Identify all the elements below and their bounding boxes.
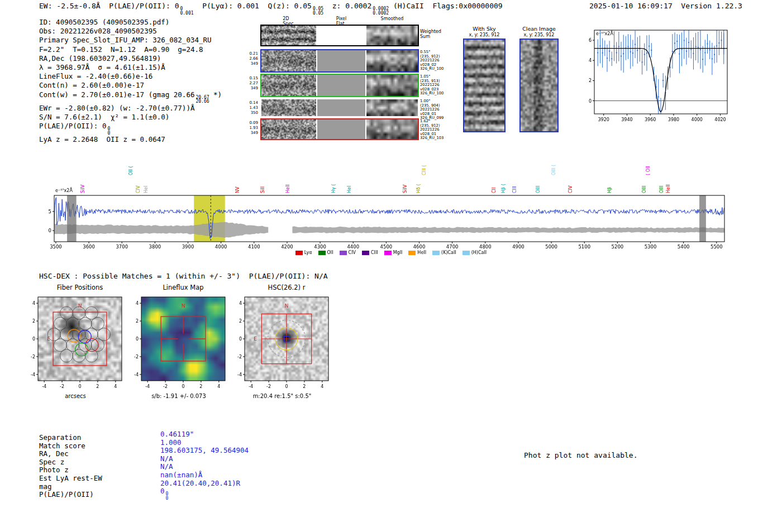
clean-image-panel: Clean Image x, y: 235, 912 [518, 26, 560, 132]
with-sky-panel: With Sky x, y: 235, 912 [462, 26, 506, 132]
weight-value: 2.27 [245, 81, 258, 86]
text-segment: (H)CaII Flags:0x00000009 [389, 2, 503, 10]
legend-swatch [432, 251, 440, 255]
info-line: Cont(w) = 2.70(±0.01)e-17 (gmag 20.6620.… [39, 90, 222, 104]
elixer-report-page: EW: -2.5±-0.8Å P(LAE)/P(OII): 000.001 P(… [0, 0, 782, 532]
weight-value: 349 [245, 131, 258, 136]
lineflux-map-title: Lineflux Map [141, 284, 225, 291]
match-field-value: 198.603175, 49.564904 [160, 446, 249, 454]
full-spectrum-plot [40, 144, 736, 256]
stack-lo: 20.66 [196, 99, 209, 104]
info-text-line: 326_RU_100 [420, 67, 446, 71]
spec2d-row-info: 0.55"(235, 912)20221226v028_02326_RU_100 [420, 50, 446, 71]
match-field-value: N/A [160, 454, 173, 463]
spec2d-column-header: Smoothed [381, 16, 404, 21]
legend-swatch [295, 251, 303, 255]
stack-lo: 0 [166, 496, 169, 501]
legend-label: OII [327, 250, 333, 255]
legend-label: MgII [393, 250, 403, 255]
match-field-value: N/A [160, 462, 173, 471]
text-segment: N/A [160, 462, 173, 471]
text-segment: EWr = -2.80(±0.82) (w: -2.70(±0.77))Å [39, 104, 194, 112]
info-line: λ = 3968.97Å σ = 4.61(±1.15)Å [39, 63, 222, 72]
smoothed-strip [366, 50, 418, 71]
with-sky-coords: x, y: 235, 912 [462, 32, 506, 37]
text-segment: 0.46119" [160, 430, 194, 438]
spec2d-row-info: WeightedSum [420, 29, 446, 39]
info-text-line: 326_RU_100 [420, 92, 446, 96]
smoothed-strip [366, 119, 418, 139]
with-sky-title: With Sky [462, 26, 506, 32]
spec2d-row [260, 25, 419, 46]
stacked-uncertainty: 20.6720.66 [196, 95, 209, 104]
stack-lo: 0 [107, 131, 110, 136]
text-segment: LineFlux = -2.40(±0.66)e-16 [39, 72, 152, 80]
text-segment: EW: -2.5±-0.8Å P(LAE)/P(OII): 0 [39, 2, 179, 10]
weight-value: 349 [245, 61, 258, 66]
table-row: Spec zN/A [39, 454, 307, 463]
info-text-line: Weighted [420, 29, 446, 34]
table-row: mag20.41(20.40,20.41)R [39, 479, 307, 487]
legend-item: CIII [362, 250, 378, 255]
spec2d-row [260, 118, 419, 140]
weight-value: 1.43 [245, 106, 258, 111]
match-field-label: P(LAE)/P(OII) [39, 490, 94, 499]
text-segment: F=2.2" T=0.152 N=1.12 A=0.90 g=24.8 [39, 45, 203, 54]
text-segment: nan(±nan)Å [160, 471, 202, 479]
table-row: Photo zN/A [39, 462, 307, 471]
spec2d-strip [261, 26, 316, 45]
legend-swatch [340, 251, 347, 255]
catalog-match-table: Separation0.46119"Match score1.000RA, De… [39, 430, 307, 495]
spec2d-row-info: 1.62"(235, 912)20221226v028_01326_RU_103 [420, 119, 446, 141]
legend-swatch [362, 251, 369, 255]
legend-item: (K)CaII [432, 250, 456, 255]
stacked-uncertainty: 0.050.05 [313, 7, 323, 15]
text-segment: P(Lyα): 0.001 Q(z): 0.05 [194, 2, 312, 10]
spec2d-strip [261, 50, 316, 71]
text-segment: Cont(w) = 2.70(±0.01)e-17 (gmag 20.66 [39, 90, 194, 99]
clean-image-coords: x, y: 235, 912 [518, 32, 560, 37]
spec2d-strip [261, 75, 316, 96]
clean-image [519, 39, 559, 132]
hsc-cutout-xlabel: m:20.4 re:1.5" s:0.5" [230, 393, 334, 399]
legend-item: Lyα [295, 250, 312, 255]
table-row: P(LAE)/P(OII)000 [39, 487, 307, 495]
stacked-uncertainty: 00.001 [180, 7, 193, 15]
hsc-cutout-title: HSC(26.2) r [245, 284, 328, 291]
text-segment: 198.603175, 49.564904 [160, 446, 249, 454]
info-line: LyA z = 2.2648 OII z = 0.0647 [39, 135, 222, 144]
pixel-flat-strip [317, 119, 365, 139]
weight-value: 1.93 [245, 126, 258, 131]
pixel-flat-strip [317, 99, 365, 116]
info-line: RA,Dec (198.603027,49.564819) [39, 54, 222, 63]
text-segment: *) [209, 90, 222, 99]
emission-line-fit-plot [580, 26, 732, 133]
table-row: Est LyA rest-EWnan(±nan)Å [39, 471, 307, 479]
with-sky-image [463, 39, 506, 132]
stacked-uncertainty: 00 [166, 492, 169, 500]
legend-swatch [408, 251, 416, 255]
stack-lo: 0.0002 [373, 11, 389, 16]
match-field-value: 1.000 [160, 438, 182, 447]
text-segment: N/A [160, 454, 173, 463]
legend-swatch [318, 251, 326, 255]
legend-item: (H)CaII [462, 250, 487, 255]
legend-swatch [384, 251, 392, 255]
pixel-flat-strip [317, 75, 365, 96]
table-row: Match score1.000 [39, 438, 307, 447]
weight-value: 350 [245, 111, 258, 116]
text-segment: ID: 4090502395 (4090502395.pdf) [39, 18, 169, 26]
text-segment: 20.41(20.40,20.41)R [160, 479, 240, 487]
spec2d-row-info: 1.00"(235, 904)20221226v028_01326_RU_099 [420, 99, 446, 121]
info-line: ID: 4090502395 (4090502395.pdf) [39, 18, 222, 27]
spec2d-strip [261, 99, 316, 116]
text-segment: Obs: 20221226v028_4090502395 [39, 27, 157, 35]
weight-value: 0.14 [245, 100, 258, 106]
text-segment: LyA z = 2.2648 OII z = 0.0647 [39, 135, 165, 143]
info-line: EWr = -2.80(±0.82) (w: -2.70(±0.77))Å [39, 104, 222, 113]
detection-info-block: ID: 4090502395 (4090502395.pdf)Obs: 2022… [39, 18, 222, 144]
spec2d-row-info: 1.05"(235, 913)20221226v028_023326_RU_10… [420, 75, 446, 96]
text-segment: λ = 3968.97Å σ = 4.61(±1.15)Å [39, 63, 165, 71]
legend-label: Lyα [304, 250, 312, 255]
info-line: Cont(n) = 2.60(±0.00)e-17 [39, 81, 222, 90]
